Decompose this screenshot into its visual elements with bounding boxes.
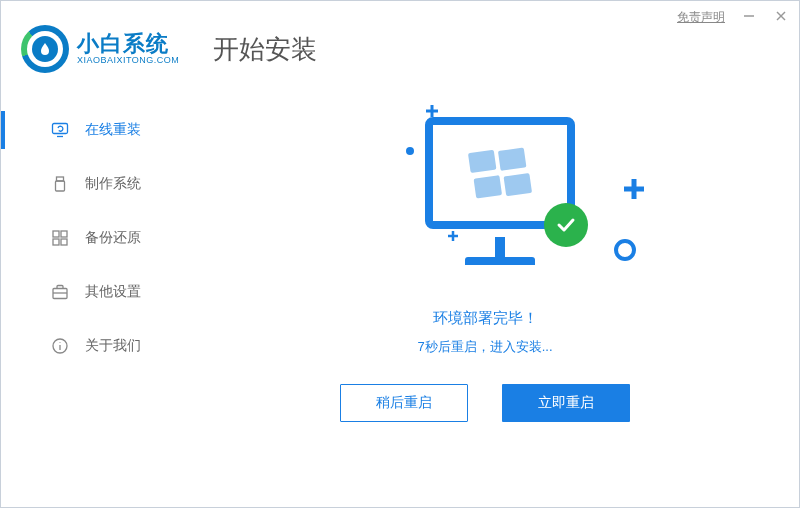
logo-title: 小白系统: [77, 32, 179, 56]
main-content: 环境部署完毕！ 7秒后重启，进入安装... 稍后重启 立即重启: [171, 91, 799, 497]
monitor-neck-icon: [495, 237, 505, 259]
app-logo: 小白系统 XIAOBAIXITONG.COM: [21, 25, 179, 73]
briefcase-icon: [51, 283, 69, 301]
restart-later-button[interactable]: 稍后重启: [340, 384, 468, 422]
plus-decoration-icon: [622, 177, 646, 201]
substatus-text: 7秒后重启，进入安装...: [417, 338, 552, 356]
sidebar-item-about[interactable]: 关于我们: [1, 319, 171, 373]
app-window: 免责声明 小白系统 XIAOBAIXITONG.COM: [0, 0, 800, 508]
close-icon: [775, 8, 787, 26]
svg-rect-10: [61, 239, 67, 245]
sidebar-item-label: 制作系统: [85, 175, 141, 193]
status-text: 环境部署完毕！: [433, 309, 538, 328]
windows-flag-icon: [468, 145, 532, 201]
svg-rect-7: [53, 231, 59, 237]
disclaimer-link[interactable]: 免责声明: [677, 9, 725, 26]
grid-icon: [51, 229, 69, 247]
circle-decoration-icon: [612, 237, 638, 263]
sidebar-item-label: 在线重装: [85, 121, 141, 139]
svg-rect-6: [56, 181, 65, 191]
action-buttons: 稍后重启 立即重启: [340, 384, 630, 422]
logo-subtitle: XIAOBAIXITONG.COM: [77, 56, 179, 66]
logo-ring-icon: [21, 25, 69, 73]
sidebar-item-online-reinstall[interactable]: 在线重装: [1, 103, 171, 157]
svg-rect-9: [53, 239, 59, 245]
page-title: 开始安装: [213, 32, 317, 67]
usb-icon: [51, 175, 69, 193]
sidebar-item-label: 备份还原: [85, 229, 141, 247]
minimize-icon: [743, 8, 755, 26]
monitor-base-icon: [465, 257, 535, 265]
success-check-icon: [544, 203, 588, 247]
info-icon: [51, 337, 69, 355]
svg-point-22: [616, 241, 634, 259]
sidebar-item-make-system[interactable]: 制作系统: [1, 157, 171, 211]
sidebar-item-label: 关于我们: [85, 337, 141, 355]
svg-rect-8: [61, 231, 67, 237]
svg-rect-3: [53, 124, 68, 134]
body: 在线重装 制作系统 备份还原 其他设置: [1, 91, 799, 497]
sidebar: 在线重装 制作系统 备份还原 其他设置: [1, 91, 171, 497]
svg-point-15: [60, 342, 61, 343]
plus-decoration-icon: [446, 229, 460, 243]
dot-decoration-icon: [406, 147, 414, 155]
sidebar-item-other-settings[interactable]: 其他设置: [1, 265, 171, 319]
sidebar-item-label: 其他设置: [85, 283, 141, 301]
monitor-refresh-icon: [51, 121, 69, 139]
minimize-button[interactable]: [737, 7, 761, 27]
restart-now-button[interactable]: 立即重启: [502, 384, 630, 422]
close-button[interactable]: [769, 7, 793, 27]
illustration: [350, 107, 650, 287]
header: 小白系统 XIAOBAIXITONG.COM 开始安装: [1, 25, 799, 91]
sidebar-item-backup-restore[interactable]: 备份还原: [1, 211, 171, 265]
